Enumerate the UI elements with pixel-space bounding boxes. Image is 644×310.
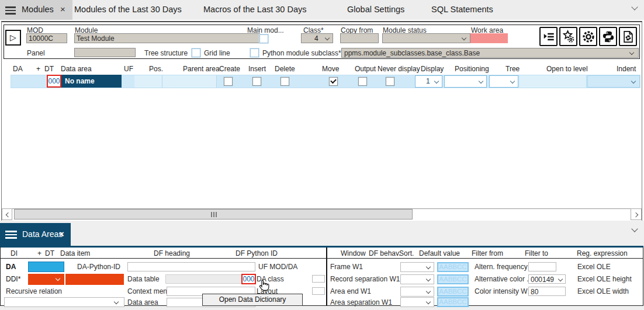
- panel-label: Panel: [27, 49, 45, 57]
- positioning-select[interactable]: [444, 75, 487, 88]
- tab-global-settings[interactable]: Global Settings: [347, 5, 404, 14]
- row-pos-cell[interactable]: [134, 75, 162, 88]
- add-item-button[interactable]: +: [37, 249, 41, 257]
- area-separation-w1-select[interactable]: [400, 297, 434, 307]
- python-subclass-select[interactable]: ppms.module_subclasses.base_class.Base: [341, 48, 639, 58]
- python-subclass-checkbox[interactable]: [250, 48, 259, 57]
- recursive-relation-select[interactable]: [4, 297, 124, 307]
- copy-from-input[interactable]: [340, 33, 379, 43]
- move-checkbox[interactable]: [329, 77, 338, 86]
- chevron-down-icon: [510, 79, 515, 83]
- module-wizard-button[interactable]: [559, 27, 577, 46]
- tab-modules[interactable]: Modules ×: [0, 0, 72, 20]
- close-icon[interactable]: ×: [59, 229, 64, 239]
- scroll-right-button[interactable]: [631, 208, 642, 220]
- chevron-right-icon: [633, 213, 638, 217]
- main-mod-checkbox[interactable]: [259, 34, 268, 43]
- da-python-id-input[interactable]: [127, 262, 255, 271]
- hamburger-icon[interactable]: [5, 231, 17, 241]
- insert-checkbox[interactable]: [252, 77, 261, 86]
- panel-divider: [326, 248, 327, 305]
- row-parent-area-cell[interactable]: [162, 75, 217, 88]
- output-checkbox[interactable]: [358, 77, 367, 86]
- uf-mod-da-label: UF MOD/DA: [258, 263, 297, 271]
- chevron-down-icon[interactable]: [631, 4, 638, 10]
- da-highlight-swatch[interactable]: [28, 262, 64, 272]
- run-list-icon: [542, 30, 555, 43]
- work-area-field[interactable]: [470, 33, 508, 43]
- altern-frequency-label: Altern. frequency: [475, 263, 528, 271]
- row-dt-code[interactable]: 000: [47, 75, 61, 88]
- python-file-button[interactable]: [619, 27, 637, 46]
- hamburger-icon[interactable]: [5, 6, 16, 16]
- area-end-w1-select[interactable]: [400, 287, 434, 297]
- scrollbar-thumb[interactable]: [14, 209, 413, 220]
- col-parent-area: Parent area: [183, 65, 220, 73]
- tree-select[interactable]: [489, 75, 518, 88]
- tree-structure-label: Tree structure: [144, 49, 188, 57]
- layout-input[interactable]: [312, 287, 325, 295]
- record-separation-w1-label: Record separation W1: [330, 275, 400, 283]
- area-end-w1-color[interactable]: AABBCC: [437, 287, 469, 297]
- col-df-behav: DF behav.: [369, 249, 400, 257]
- col-df-python-id: DF Python ID: [236, 249, 278, 257]
- data-table-code[interactable]: 000: [241, 274, 256, 284]
- python-button[interactable]: [599, 27, 617, 46]
- add-row-button[interactable]: +: [36, 65, 40, 73]
- col-da: DA: [13, 65, 23, 73]
- row-data-area-cell[interactable]: No name: [61, 75, 122, 88]
- col-insert: Insert: [248, 65, 266, 73]
- grid-line-checkbox[interactable]: [192, 48, 200, 57]
- python-subclass-value: ppms.module_subclasses.base_class.Base: [344, 49, 480, 57]
- frame-w1-label: Frame W1: [330, 263, 363, 271]
- alternative-color-select[interactable]: 000149: [528, 274, 566, 284]
- record-separation-w1-color[interactable]: AABBCC: [437, 274, 469, 284]
- close-icon[interactable]: ×: [60, 4, 65, 14]
- data-table-input[interactable]: [165, 274, 243, 284]
- chevron-down-icon: [629, 50, 634, 55]
- run-list-button[interactable]: [539, 27, 558, 46]
- color-intensity-input[interactable]: 80: [528, 287, 566, 296]
- ddi-select[interactable]: [28, 274, 64, 285]
- frame-w1-select[interactable]: [400, 262, 434, 272]
- area-separation-w1-label: Area separation W1: [330, 298, 392, 306]
- class-select[interactable]: 4: [301, 33, 333, 43]
- run-module-button[interactable]: ▷: [5, 30, 21, 46]
- chevron-down-icon: [325, 36, 330, 40]
- ddi-highlight-swatch[interactable]: [65, 274, 124, 285]
- da-class-input[interactable]: [312, 275, 325, 283]
- never-display-checkbox[interactable]: [386, 77, 394, 86]
- recursive-relation-label: Recursive relation: [6, 287, 62, 295]
- area-end-w1-label: Area end W1: [330, 287, 371, 295]
- display-select[interactable]: 1: [415, 75, 442, 88]
- col-df-heading: DF heading: [154, 249, 190, 257]
- module-input[interactable]: Test Module: [74, 33, 260, 43]
- settings-button[interactable]: [579, 27, 597, 46]
- tab-sql-statements[interactable]: SQL Statements: [431, 5, 493, 14]
- delete-checkbox[interactable]: [281, 77, 289, 86]
- tooltip: Open Data Dictionary: [202, 294, 303, 306]
- chevron-left-icon: [6, 213, 11, 217]
- mod-input[interactable]: 10000C: [26, 33, 67, 43]
- indent-select[interactable]: [587, 75, 640, 88]
- hand-cursor-icon: [258, 278, 271, 294]
- module-status-select[interactable]: [382, 33, 470, 43]
- frame-w1-color[interactable]: AABBCC: [437, 262, 469, 272]
- col-uf: UF: [124, 65, 133, 73]
- tab-macros-last-30-days[interactable]: Macros of the Last 30 Days: [203, 5, 307, 14]
- col-indent: Indent: [617, 65, 636, 73]
- chevron-down-icon: [426, 299, 431, 304]
- altern-frequency-input[interactable]: [528, 262, 556, 271]
- open-to-level-cell[interactable]: [520, 75, 587, 88]
- scroll-left-button[interactable]: [2, 208, 12, 220]
- record-separation-w1-select[interactable]: [400, 274, 434, 284]
- tab-data-areas[interactable]: Data Areas ×: [0, 223, 71, 246]
- create-checkbox[interactable]: [224, 77, 233, 86]
- col-reg-expression: Reg. expression: [577, 249, 628, 257]
- panel-input[interactable]: [74, 48, 136, 57]
- tab-modules-last-30-days[interactable]: Modules of the Last 30 Days: [74, 5, 182, 14]
- tab-modules-label: Modules: [22, 5, 54, 14]
- area-separation-w1-color[interactable]: AABBCC: [437, 297, 469, 307]
- col-di: DI: [11, 249, 18, 257]
- col-never-display: Never display: [378, 65, 420, 73]
